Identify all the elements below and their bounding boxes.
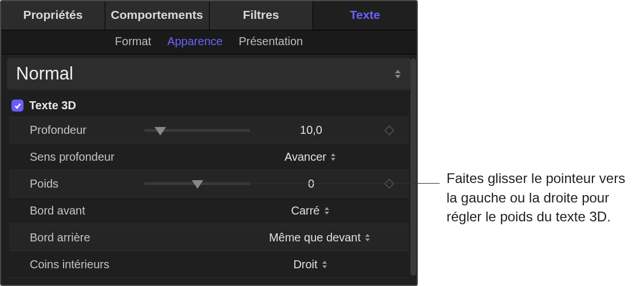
popup-back-edge[interactable]: Même que devant	[202, 231, 372, 244]
chevron-updown-icon	[365, 232, 372, 243]
value-text: Avancer	[285, 150, 326, 164]
value-text: Droit	[293, 258, 317, 271]
callout-area: Faites glisser le pointeur vers la gauch…	[418, 0, 644, 286]
section-header-3d: Texte 3D	[1, 93, 417, 117]
row-depth-direction: Sens profondeur Avancer	[9, 144, 409, 170]
slider-thumb-icon[interactable]	[192, 180, 203, 189]
chevron-updown-icon	[395, 68, 402, 80]
slider-weight[interactable]	[144, 178, 250, 189]
popup-inside-corners[interactable]: Droit	[250, 258, 372, 271]
inspector-panel: Propriétés Comportements Filtres Texte F…	[0, 0, 418, 286]
chevron-updown-icon	[331, 151, 338, 162]
scrollbar[interactable]	[410, 58, 416, 276]
spacer	[144, 205, 250, 216]
subtab-format[interactable]: Format	[115, 35, 151, 48]
row-inside-corners: Coins intérieurs Droit	[9, 251, 409, 278]
popup-front-edge[interactable]: Carré	[250, 204, 372, 217]
spacer	[144, 259, 250, 270]
chevron-updown-icon	[322, 259, 329, 270]
subtab-appearance[interactable]: Apparence	[167, 35, 223, 48]
spacer	[144, 232, 202, 243]
section-title: Texte 3D	[29, 99, 76, 112]
callout-line	[206, 183, 440, 184]
label-depth: Profondeur	[30, 124, 144, 137]
label-weight: Poids	[30, 177, 144, 190]
slider-thumb-icon[interactable]	[155, 127, 166, 136]
popup-depth-direction[interactable]: Avancer	[250, 150, 372, 164]
checkmark-icon	[14, 102, 22, 110]
main-tabs: Propriétés Comportements Filtres Texte	[1, 1, 417, 30]
subtab-layout[interactable]: Présentation	[239, 35, 303, 48]
label-inside-corners: Coins intérieurs	[30, 258, 144, 271]
diamond-icon	[385, 179, 394, 189]
label-back-edge: Bord arrière	[30, 231, 144, 244]
tab-properties[interactable]: Propriétés	[1, 1, 105, 30]
spacer	[144, 151, 250, 162]
value-text: Carré	[291, 204, 319, 217]
tab-text[interactable]: Texte	[313, 1, 417, 30]
keyframe-weight[interactable]	[372, 180, 406, 187]
row-front-edge: Bord avant Carré	[9, 197, 409, 224]
row-back-edge: Bord arrière Même que devant	[9, 224, 409, 251]
callout-text: Faites glisser le pointeur vers la gauch…	[447, 169, 627, 227]
label-front-edge: Bord avant	[30, 204, 144, 217]
row-weight: Poids 0	[9, 170, 409, 197]
content-area: Normal Texte 3D Profondeur 10,0 Sens pro…	[1, 58, 417, 278]
params-list: Profondeur 10,0 Sens profondeur Avancer	[9, 117, 409, 278]
slider-depth[interactable]	[144, 125, 250, 136]
keyframe-depth[interactable]	[372, 127, 406, 134]
diamond-icon	[385, 125, 394, 135]
value-depth[interactable]: 10,0	[250, 124, 372, 137]
text-style-dropdown[interactable]: Normal	[7, 58, 411, 90]
value-weight[interactable]: 0	[250, 177, 372, 190]
chevron-updown-icon	[325, 205, 331, 216]
value-text: Même que devant	[269, 231, 361, 244]
row-depth: Profondeur 10,0	[9, 117, 409, 144]
sub-tabs: Format Apparence Présentation	[1, 30, 417, 54]
tab-filters[interactable]: Filtres	[210, 1, 314, 30]
checkbox-3d-text[interactable]	[11, 100, 23, 112]
tab-behaviors[interactable]: Comportements	[105, 1, 210, 30]
label-depth-direction: Sens profondeur	[30, 150, 144, 164]
text-style-label: Normal	[16, 63, 73, 84]
